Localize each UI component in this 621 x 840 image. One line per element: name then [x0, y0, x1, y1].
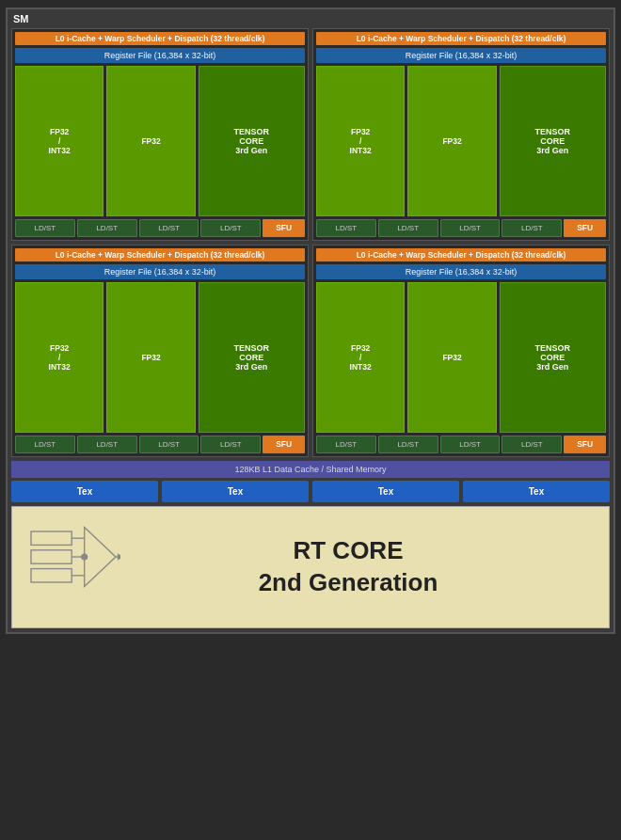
- rt-core-section: RT CORE 2nd Generation: [11, 506, 610, 628]
- ldst-3a: LD/ST: [15, 436, 75, 453]
- rt-core-generation: 2nd Generation: [259, 568, 438, 596]
- fp32-block-2: FP32: [407, 66, 496, 216]
- fp32-int32-col-1: FP32/INT32: [15, 66, 104, 216]
- tensor-col-3: TENSORCORE3rd Gen: [199, 282, 305, 433]
- fp32-col-2: FP32: [407, 66, 496, 216]
- tex-block-2: Tex: [162, 481, 309, 502]
- sfu-4: SFU: [564, 436, 606, 453]
- svg-rect-1: [31, 550, 72, 563]
- ldst-1c: LD/ST: [139, 219, 199, 237]
- fp32-col-1: FP32: [106, 66, 195, 216]
- fp32-block-3: FP32: [106, 282, 195, 433]
- l0-bar-4: L0 i-Cache + Warp Scheduler + Dispatch (…: [316, 248, 606, 262]
- ldst-2d: LD/ST: [502, 219, 562, 237]
- fp32-int32-col-4: FP32/INT32: [316, 282, 405, 433]
- fp32-int32-block-3: FP32/INT32: [15, 282, 104, 433]
- sfu-2: SFU: [564, 219, 606, 237]
- cores-area-3: FP32/INT32 FP32 TENSORCORE3rd Gen: [15, 282, 305, 433]
- rt-core-svg: [26, 523, 120, 608]
- ldst-2c: LD/ST: [440, 219, 501, 237]
- tensor-col-1: TENSORCORE3rd Gen: [199, 66, 305, 216]
- fp32-col-4: FP32: [407, 282, 496, 433]
- quadrant-top-right: L0 i-Cache + Warp Scheduler + Dispatch (…: [312, 28, 610, 241]
- l1-cache-bar: 128KB L1 Data Cache / Shared Memory: [11, 461, 610, 478]
- tensor-block-3: TENSORCORE3rd Gen: [199, 282, 305, 433]
- ldst-2a: LD/ST: [316, 219, 376, 237]
- ldst-2b: LD/ST: [378, 219, 438, 237]
- quadrant-bottom-right: L0 i-Cache + Warp Scheduler + Dispatch (…: [312, 245, 610, 457]
- ldst-1b: LD/ST: [77, 219, 137, 237]
- fp32-int32-col-2: FP32/INT32: [316, 66, 405, 216]
- tex-block-3: Tex: [312, 481, 459, 502]
- cores-area-2: FP32/INT32 FP32 TENSORCORE3rd Gen: [316, 66, 606, 216]
- bottom-row-3: LD/ST LD/ST LD/ST LD/ST SFU: [15, 436, 305, 453]
- cores-area-1: FP32/INT32 FP32 TENSORCORE3rd Gen: [15, 66, 305, 216]
- tensor-block-4: TENSORCORE3rd Gen: [500, 282, 606, 433]
- svg-point-7: [81, 553, 88, 560]
- reg-file-2: Register File (16,384 x 32-bit): [316, 48, 606, 63]
- svg-rect-2: [31, 569, 72, 582]
- bottom-row-4: LD/ST LD/ST LD/ST LD/ST SFU: [316, 436, 606, 453]
- reg-file-4: Register File (16,384 x 32-bit): [316, 264, 606, 279]
- svg-marker-6: [85, 528, 116, 587]
- reg-file-1: Register File (16,384 x 32-bit): [15, 48, 305, 63]
- fp32-int32-col-3: FP32/INT32: [15, 282, 104, 433]
- rt-core-title: RT CORE: [293, 536, 403, 564]
- ldst-1d: LD/ST: [200, 219, 261, 237]
- bottom-row-1: LD/ST LD/ST LD/ST LD/ST SFU: [15, 219, 305, 237]
- ldst-3c: LD/ST: [139, 436, 199, 453]
- tensor-col-2: TENSORCORE3rd Gen: [500, 66, 606, 216]
- ldst-1a: LD/ST: [15, 219, 75, 237]
- ldst-3b: LD/ST: [77, 436, 137, 453]
- ldst-4c: LD/ST: [440, 436, 501, 453]
- ldst-4a: LD/ST: [316, 436, 376, 453]
- tensor-col-4: TENSORCORE3rd Gen: [500, 282, 606, 433]
- sfu-1: SFU: [263, 219, 305, 237]
- tex-block-4: Tex: [463, 481, 610, 502]
- rt-core-diagram: [26, 523, 120, 611]
- l0-bar-2: L0 i-Cache + Warp Scheduler + Dispatch (…: [316, 32, 606, 45]
- reg-file-3: Register File (16,384 x 32-bit): [15, 264, 305, 279]
- l0-bar-3: L0 i-Cache + Warp Scheduler + Dispatch (…: [15, 248, 305, 262]
- fp32-block-4: FP32: [407, 282, 496, 433]
- sm-label: SM: [11, 13, 610, 24]
- l0-bar-1: L0 i-Cache + Warp Scheduler + Dispatch (…: [15, 32, 305, 45]
- tensor-block-1: TENSORCORE3rd Gen: [199, 66, 305, 216]
- sm-container: SM L0 i-Cache + Warp Scheduler + Dispatc…: [6, 8, 615, 634]
- rt-core-text: RT CORE 2nd Generation: [259, 535, 438, 599]
- fp32-int32-block-1: FP32/INT32: [15, 66, 104, 216]
- fp32-int32-block-2: FP32/INT32: [316, 66, 405, 216]
- ldst-4b: LD/ST: [378, 436, 438, 453]
- svg-marker-9: [118, 553, 120, 560]
- quadrant-top-left: L0 i-Cache + Warp Scheduler + Dispatch (…: [11, 28, 309, 241]
- bottom-row-2: LD/ST LD/ST LD/ST LD/ST SFU: [316, 219, 606, 237]
- tex-block-1: Tex: [11, 481, 158, 502]
- svg-rect-0: [31, 531, 72, 545]
- quadrant-bottom-left: L0 i-Cache + Warp Scheduler + Dispatch (…: [11, 245, 309, 457]
- ldst-3d: LD/ST: [200, 436, 261, 453]
- ldst-4d: LD/ST: [502, 436, 562, 453]
- quadrants-grid: L0 i-Cache + Warp Scheduler + Dispatch (…: [11, 28, 610, 457]
- tex-row: Tex Tex Tex Tex: [11, 481, 610, 502]
- sfu-3: SFU: [263, 436, 305, 453]
- fp32-col-3: FP32: [106, 282, 195, 433]
- fp32-int32-block-4: FP32/INT32: [316, 282, 405, 433]
- fp32-block-1: FP32: [106, 66, 195, 216]
- tensor-block-2: TENSORCORE3rd Gen: [500, 66, 606, 216]
- cores-area-4: FP32/INT32 FP32 TENSORCORE3rd Gen: [316, 282, 606, 433]
